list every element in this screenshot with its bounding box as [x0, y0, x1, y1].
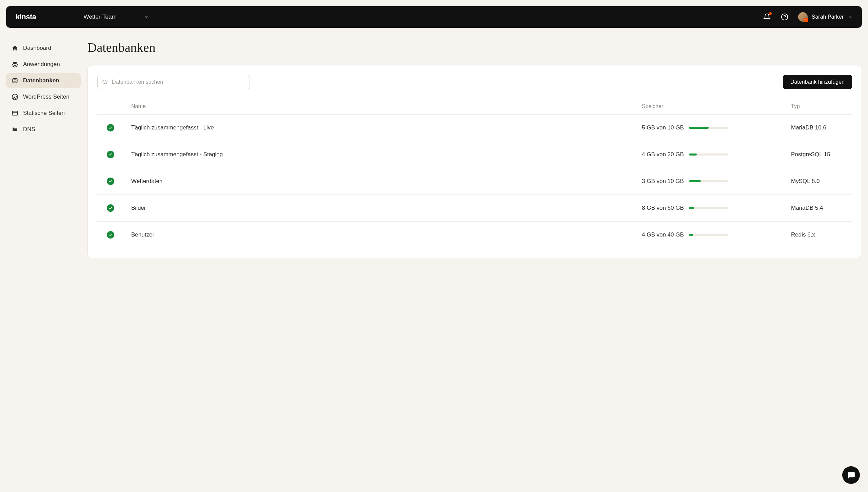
db-type: PostgreSQL 15: [791, 151, 852, 158]
svg-point-10: [13, 128, 14, 129]
chevron-down-icon: [144, 15, 149, 19]
notifications-button[interactable]: [763, 13, 771, 21]
topbar-right: Sarah Parker: [763, 12, 852, 22]
topbar: kinsta Wetter-Team Sarah Parker: [6, 6, 862, 28]
table-header: Name Speicher Typ: [97, 99, 852, 115]
sidebar-item-statische-seiten[interactable]: Statische Seiten: [6, 106, 81, 121]
table-row[interactable]: Wetterdaten 3 GB von 10 GB MySQL 8.0: [97, 168, 852, 195]
svg-point-13: [103, 80, 106, 84]
sidebar: Dashboard Anwendungen Datenbanken WordPr…: [6, 34, 81, 258]
db-name: Bilder: [131, 205, 642, 211]
sidebar-item-dashboard[interactable]: Dashboard: [6, 41, 81, 56]
status-ok-icon: [107, 231, 114, 239]
storage-progress: [689, 234, 728, 236]
help-button[interactable]: [781, 13, 789, 21]
storage-text: 5 GB von 10 GB: [642, 124, 684, 131]
db-type: MariaDB 5.4: [791, 205, 852, 211]
status-ok-icon: [107, 204, 114, 212]
svg-point-11: [14, 129, 15, 130]
add-database-button[interactable]: Datenbank hinzufügen: [783, 75, 852, 89]
storage-progress: [689, 153, 728, 156]
status-ok-icon: [107, 151, 114, 158]
notification-dot: [769, 12, 772, 15]
svg-marker-2: [805, 19, 807, 21]
db-type: Redis 6.x: [791, 231, 852, 238]
sidebar-item-label: Dashboard: [23, 45, 51, 52]
db-type: MySQL 8.0: [791, 178, 852, 185]
table-row[interactable]: Benutzer 4 GB von 40 GB Redis 6.x: [97, 222, 852, 248]
storage-text: 4 GB von 20 GB: [642, 151, 684, 158]
svg-point-12: [15, 130, 16, 131]
db-name: Wetterdaten: [131, 178, 642, 185]
db-type: MariaDB 10.6: [791, 124, 852, 131]
databases-table: Name Speicher Typ Täglich zusammengefass…: [97, 99, 852, 248]
avatar: [798, 12, 808, 22]
user-menu[interactable]: Sarah Parker: [798, 12, 852, 22]
layers-icon: [12, 61, 18, 68]
svg-line-14: [106, 83, 107, 84]
sidebar-item-label: WordPress Seiten: [23, 94, 70, 100]
col-name: Name: [131, 103, 642, 109]
col-storage: Speicher: [642, 103, 791, 109]
search-input[interactable]: [97, 75, 250, 89]
sidebar-item-label: Anwendungen: [23, 61, 60, 68]
db-name: Täglich zusammengefasst - Staging: [131, 151, 642, 158]
storage-progress: [689, 127, 728, 129]
table-row[interactable]: Bilder 8 GB von 60 GB MariaDB 5.4: [97, 195, 852, 222]
sidebar-item-label: Datenbanken: [23, 77, 59, 84]
sidebar-item-wordpress-seiten[interactable]: WordPress Seiten: [6, 89, 81, 104]
db-name: Täglich zusammengefasst - Live: [131, 124, 642, 131]
team-name: Wetter-Team: [84, 14, 117, 20]
chevron-down-icon: [848, 15, 852, 19]
card-header: Datenbank hinzufügen: [97, 75, 852, 89]
svg-rect-5: [13, 111, 18, 115]
sidebar-item-datenbanken[interactable]: Datenbanken: [6, 73, 81, 88]
storage-progress: [689, 180, 728, 182]
storage-text: 3 GB von 10 GB: [642, 178, 684, 185]
team-selector[interactable]: Wetter-Team: [84, 14, 149, 20]
sidebar-item-label: Statische Seiten: [23, 110, 65, 117]
page-title: Datenbanken: [87, 40, 862, 55]
databases-card: Datenbank hinzufügen Name Speicher Typ T…: [87, 65, 862, 258]
database-icon: [12, 77, 18, 84]
table-row[interactable]: Täglich zusammengefasst - Live 5 GB von …: [97, 115, 852, 141]
avatar-badge-icon: [804, 18, 808, 22]
col-type: Typ: [791, 103, 852, 109]
db-name: Benutzer: [131, 231, 642, 238]
search-icon: [102, 79, 107, 85]
wp-icon: [12, 94, 18, 100]
sidebar-item-anwendungen[interactable]: Anwendungen: [6, 57, 81, 72]
search-box: [97, 75, 250, 89]
table-row[interactable]: Täglich zusammengefasst - Staging 4 GB v…: [97, 141, 852, 168]
user-name: Sarah Parker: [812, 14, 844, 20]
logo: kinsta: [16, 13, 36, 21]
status-ok-icon: [107, 178, 114, 185]
sidebar-item-label: DNS: [23, 126, 35, 133]
sidebar-item-dns[interactable]: DNS: [6, 122, 81, 137]
storage-text: 8 GB von 60 GB: [642, 205, 684, 211]
storage-text: 4 GB von 40 GB: [642, 231, 684, 238]
main: Datenbanken Datenbank hinzufügen Name Sp…: [87, 34, 862, 258]
status-ok-icon: [107, 124, 114, 131]
svg-point-3: [13, 78, 17, 80]
storage-progress: [689, 207, 728, 209]
dns-icon: [12, 126, 18, 133]
home-icon: [12, 45, 18, 52]
window-icon: [12, 110, 18, 117]
